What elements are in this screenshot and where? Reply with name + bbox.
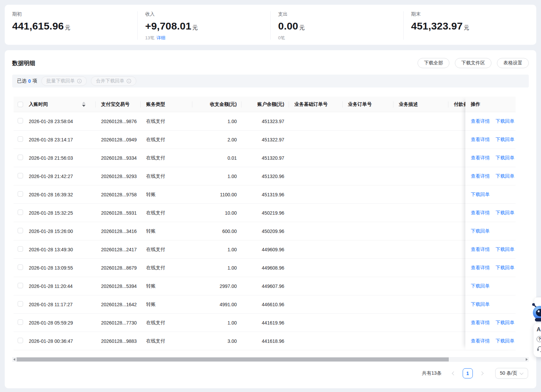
expense-count: 0笔 <box>278 35 285 40</box>
header-description: 业务描述 <box>393 97 448 112</box>
cell-time: 2026-01-28 23:14:17 <box>26 137 96 142</box>
row-checkbox[interactable] <box>18 264 23 270</box>
download-receipt-link[interactable]: 下载回单 <box>496 210 515 216</box>
page-title: 数据明细 <box>12 59 35 67</box>
row-checkbox[interactable] <box>18 136 23 142</box>
table-settings-button[interactable]: 表格设置 <box>497 58 529 68</box>
row-checkbox[interactable] <box>18 118 23 123</box>
cell-txn-id: 20260128...8679 <box>96 265 141 271</box>
scroll-right-arrow-icon[interactable] <box>525 357 529 362</box>
page-number-button[interactable]: 1 <box>463 368 473 378</box>
cell-amount: 0.01 <box>192 155 241 161</box>
row-checkbox[interactable] <box>18 155 23 160</box>
download-receipt-link[interactable]: 下载回单 <box>496 173 515 179</box>
download-receipt-link[interactable]: 下载回单 <box>496 155 515 161</box>
scrollbar-track[interactable] <box>16 357 525 362</box>
page-size-select[interactable]: 50 条/页 <box>495 368 528 379</box>
download-receipt-link[interactable]: 下载回单 <box>471 283 490 289</box>
stat-label: 期初 <box>12 11 137 17</box>
cell-time: 2026-01-28 13:49:30 <box>26 247 96 252</box>
select-all-checkbox[interactable] <box>18 102 23 107</box>
download-receipt-link[interactable]: 下载回单 <box>471 301 490 308</box>
merge-download-receipts-button[interactable]: 合并下载回单 <box>91 76 136 86</box>
row-checkbox[interactable] <box>18 228 23 233</box>
pagination: 共有13条 1 50 条/页 <box>12 368 529 379</box>
row-actions: 查看详情下载回单 <box>465 131 516 149</box>
header-txn-id: 支付宝交易号 <box>96 97 141 112</box>
download-file-area-button[interactable]: 下载文件区 <box>455 58 491 68</box>
assistant-robot-icon[interactable] <box>529 302 541 322</box>
view-details-link[interactable]: 查看详情 <box>471 247 490 253</box>
row-checkbox[interactable] <box>18 191 23 197</box>
download-receipt-link[interactable]: 下载回单 <box>496 137 515 143</box>
row-actions: 查看详情下载回单 <box>465 149 516 167</box>
cell-account-type: 在线支付 <box>141 155 192 161</box>
view-details-link[interactable]: 查看详情 <box>471 173 490 179</box>
page: 期初 441,615.96 元 收入 +9,708.01 元 13笔详细 支出 … <box>0 0 541 392</box>
view-details-link[interactable]: 查看详情 <box>471 155 490 161</box>
download-receipt-link[interactable]: 下载回单 <box>471 192 490 198</box>
download-receipt-link[interactable]: 下载回单 <box>471 228 490 234</box>
table-row: 2026-01-28 15:32:2520260128...5931在线支付10… <box>14 204 465 222</box>
batch-download-receipts-button[interactable]: 批量下载回单 <box>41 76 87 86</box>
cell-balance: 446610.96 <box>241 302 289 307</box>
row-actions: 查看详情下载回单 <box>465 332 516 350</box>
row-checkbox[interactable] <box>18 210 23 215</box>
stat-unit: 元 <box>299 24 305 32</box>
cell-account-type: 转账 <box>141 192 192 198</box>
view-details-link[interactable]: 查看详情 <box>471 137 490 143</box>
row-checkbox[interactable] <box>18 319 23 325</box>
cell-balance: 450209.96 <box>241 229 289 234</box>
stat-value: 0.00 <box>278 20 298 32</box>
cell-time: 2026-01-28 11:17:27 <box>26 302 96 307</box>
row-checkbox[interactable] <box>18 283 23 288</box>
view-details-link[interactable]: 查看详情 <box>471 338 490 344</box>
stat-beginning-balance: 期初 441,615.96 元 <box>5 11 137 40</box>
cell-amount: 2997.00 <box>192 283 241 289</box>
row-checkbox[interactable] <box>18 338 23 343</box>
view-details-link[interactable]: 查看详情 <box>471 265 490 271</box>
checkbox-cell <box>14 210 26 216</box>
row-checkbox[interactable] <box>18 301 23 307</box>
download-receipt-link[interactable]: 下载回单 <box>496 320 515 326</box>
cell-txn-id: 20260128...0949 <box>96 137 141 142</box>
download-receipt-link[interactable]: 下载回单 <box>496 118 515 124</box>
view-details-link[interactable]: 查看详情 <box>471 210 490 216</box>
scroll-left-arrow-icon[interactable] <box>12 357 16 362</box>
header-amount: 收支金额(元) <box>192 97 241 112</box>
sort-icon[interactable] <box>82 102 85 107</box>
stat-label: 收入 <box>145 11 270 17</box>
ai-assistant-button[interactable]: A <box>537 327 541 333</box>
checkbox-cell <box>14 246 26 253</box>
table-row: 2026-01-28 11:17:2720260128...1642转账4991… <box>14 295 465 314</box>
row-actions: 下载回单 <box>465 277 516 295</box>
cell-amount: 600.00 <box>192 229 241 234</box>
income-detail-link[interactable]: 详细 <box>156 35 165 40</box>
download-all-button[interactable]: 下载全部 <box>418 58 449 68</box>
horizontal-scrollbar[interactable] <box>12 357 529 362</box>
cell-account-type: 在线支付 <box>141 338 192 344</box>
checkbox-cell <box>14 173 26 179</box>
view-details-link[interactable]: 查看详情 <box>471 320 490 326</box>
download-receipt-link[interactable]: 下载回单 <box>496 265 515 271</box>
download-receipt-link[interactable]: 下载回单 <box>496 338 515 344</box>
help-question-icon[interactable]: ? <box>537 336 541 342</box>
next-page-button[interactable] <box>478 369 486 377</box>
cell-time: 2026-01-28 11:20:44 <box>26 283 96 289</box>
cell-amount: 1.00 <box>192 174 241 179</box>
row-checkbox[interactable] <box>18 173 23 178</box>
table-row: 2026-01-28 16:39:3220260128...9758转账1100… <box>14 185 465 204</box>
checkbox-cell <box>14 338 26 344</box>
download-receipt-link[interactable]: 下载回单 <box>496 247 515 253</box>
row-checkbox[interactable] <box>18 246 23 252</box>
cell-account-type: 在线支付 <box>141 137 192 143</box>
toolbar: 下载全部 下载文件区 表格设置 <box>418 58 529 68</box>
cell-balance: 449609.96 <box>241 247 289 252</box>
scrollbar-thumb[interactable] <box>17 357 449 361</box>
prev-page-button[interactable] <box>450 369 458 377</box>
cell-account-type: 在线支付 <box>141 247 192 253</box>
customer-service-headset-icon[interactable] <box>537 345 541 353</box>
total-count-label: 共有13条 <box>422 370 442 376</box>
view-details-link[interactable]: 查看详情 <box>471 118 490 124</box>
header-order: 业务订单号 <box>343 97 393 112</box>
